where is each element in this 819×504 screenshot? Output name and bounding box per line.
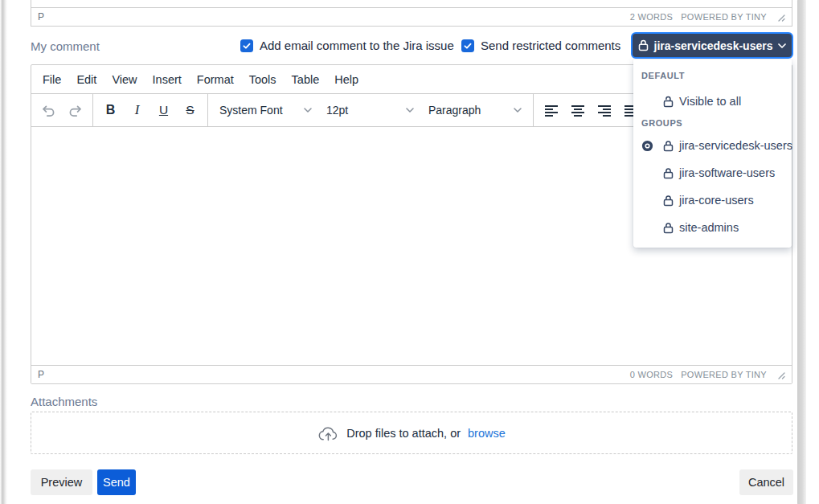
dropzone-text: Drop files to attach, or [346,427,461,440]
browse-link[interactable]: browse [468,427,506,440]
visibility-option-visible-to-all[interactable]: Visible to all [633,88,792,115]
checkbox-checked-icon[interactable] [461,39,474,52]
dropdown-item-label: site-admins [679,221,739,234]
block-format-value: Paragraph [428,104,481,117]
my-comment-label: My comment [31,39,100,53]
panel-left-shadow [0,0,7,504]
preview-button[interactable]: Preview [31,469,92,495]
email-comment-panel: P 2 WORDS POWERED BY TINY My comment Add… [0,0,819,504]
checkbox-label: Send restricted comments [481,39,620,52]
lock-icon [663,222,674,234]
italic-button[interactable]: I [124,97,150,124]
editor-statusbar: P 0 WORDS POWERED BY TINY [31,365,792,383]
visibility-option-site-admins[interactable]: site-admins [633,214,792,241]
undo-arrow-icon [41,103,56,118]
align-center-icon [571,103,585,117]
word-count: 0 WORDS [630,370,673,379]
chevron-down-icon [304,108,312,113]
lock-icon [663,195,674,207]
file-dropzone[interactable]: Drop files to attach, or browse [31,412,792,454]
menu-view[interactable]: View [105,68,143,91]
element-path: P [38,369,44,380]
dropdown-item-label: jira-software-users [679,166,775,179]
menu-format[interactable]: Format [190,68,240,91]
top-editor-statusbar: P 2 WORDS POWERED BY TINY [31,7,792,26]
align-right-button[interactable] [591,97,617,124]
comment-visibility-button[interactable]: jira-servicedesk-users [631,32,793,59]
dropdown-item-label: jira-core-users [679,194,754,207]
lock-icon [638,39,649,51]
chevron-down-icon [514,108,522,113]
font-size-select[interactable]: 12pt [319,97,421,124]
menu-insert[interactable]: Insert [146,68,188,91]
powered-by-tiny: POWERED BY TINY [681,370,767,379]
add-email-comment-checkbox[interactable]: Add email comment to the Jira issue [240,39,454,52]
checkbox-label: Add email comment to the Jira issue [260,39,454,52]
redo-button[interactable] [62,97,88,124]
top-editor-fragment: P 2 WORDS POWERED BY TINY [31,0,792,27]
visibility-option-jira-core-users[interactable]: jira-core-users [633,186,792,214]
cancel-button[interactable]: Cancel [739,469,793,495]
visibility-button-label: jira-servicedesk-users [654,39,773,52]
align-left-button[interactable] [538,97,564,124]
radio-selected-icon [641,140,663,152]
underline-button[interactable]: U [150,97,177,124]
cloud-upload-icon [317,424,339,442]
visibility-option-jira-software-users[interactable]: jira-software-users [633,159,792,186]
checkbox-checked-icon[interactable] [240,39,253,52]
word-count: 2 WORDS [630,12,673,22]
chevron-down-icon [778,43,786,48]
undo-button[interactable] [35,97,62,124]
element-path: P [38,11,44,23]
dropdown-item-label: jira-servicedesk-users [679,139,792,152]
unlock-icon [663,96,674,108]
align-right-icon [597,103,612,117]
resize-handle-icon[interactable] [776,13,785,22]
font-size-value: 12pt [326,104,348,117]
resize-handle-icon[interactable] [776,371,785,379]
vertical-scrollbar[interactable] [797,0,806,504]
redo-arrow-icon [68,103,83,118]
menu-tools[interactable]: Tools [243,68,283,91]
attachments-label: Attachments [31,395,97,408]
menu-help[interactable]: Help [328,68,365,91]
send-restricted-comments-checkbox[interactable]: Send restricted comments [461,39,620,52]
font-family-value: System Font [219,104,283,117]
font-family-select[interactable]: System Font [212,97,319,124]
visibility-option-jira-servicedesk-users[interactable]: jira-servicedesk-users [633,132,792,159]
dropdown-section-header: GROUPS [633,118,792,129]
menu-edit[interactable]: Edit [70,68,103,91]
chevron-down-icon [406,108,414,113]
menu-table[interactable]: Table [285,68,326,91]
align-left-icon [544,103,559,117]
menu-file[interactable]: File [36,68,68,91]
bold-button[interactable]: B [97,97,124,124]
lock-icon [663,140,674,152]
strikethrough-button[interactable]: S [177,97,203,124]
powered-by-tiny: POWERED BY TINY [681,12,767,22]
align-center-button[interactable] [564,97,591,124]
send-button[interactable]: Send [97,469,136,495]
lock-icon [663,167,674,179]
dropdown-section-header: DEFAULT [633,71,792,81]
block-format-select[interactable]: Paragraph [421,97,529,124]
visibility-dropdown-menu: DEFAULT Visible to all GROUPS [633,59,792,248]
dropdown-item-label: Visible to all [679,95,741,108]
